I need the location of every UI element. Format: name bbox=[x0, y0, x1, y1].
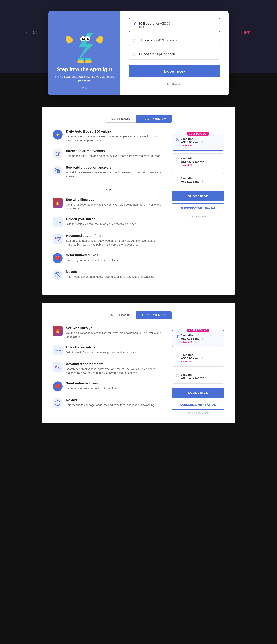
feature-title-auto-boost: Daily Auto Boost ($60 value) bbox=[66, 130, 164, 134]
tabs-row-2: A-LIST BASIC A-LIST PREMIUM bbox=[53, 311, 224, 319]
svg-point-12 bbox=[87, 38, 90, 40]
subscribe-button-2[interactable]: SUBSCRIBE bbox=[172, 388, 224, 398]
boost-option-5[interactable]: 5 Boosts for A$3.47 each bbox=[129, 35, 220, 46]
boost-10-sublabel: each bbox=[138, 26, 170, 28]
feature-text-likes-1: See who likes you Get the full list of p… bbox=[66, 198, 164, 210]
price-save-3months-1: Save 33% bbox=[181, 164, 220, 167]
fire-icon-1: 🔥 bbox=[53, 198, 62, 208]
feature-text-filters-1: Advanced search filters Search by attrac… bbox=[66, 234, 164, 246]
radio-5boosts[interactable] bbox=[133, 39, 136, 42]
feature-title-no-ads-1: No ads bbox=[66, 270, 155, 274]
feature-text-unlimited-likes-2: Send unlimited likes Increase your match… bbox=[66, 382, 118, 390]
boost-option-10[interactable]: 10 Boosts for A$2.99 each bbox=[129, 18, 220, 32]
price-info-6months-1: 6 months A$35.63 / month Save 50% bbox=[181, 137, 220, 147]
svg-point-14 bbox=[88, 38, 89, 39]
svg-text:🔥: 🔥 bbox=[55, 200, 60, 205]
feature-filters-1: Advanced search filters Search by attrac… bbox=[53, 234, 164, 246]
no-ads-icon-1 bbox=[53, 270, 62, 280]
plus-divider-1: Plus bbox=[53, 185, 164, 198]
features-list-2: 🔥 See who likes you Get the full list of… bbox=[53, 326, 164, 415]
feature-title-likes-1: See who likes you bbox=[66, 198, 164, 202]
feature-desc-likes-1: Get the full list of people who like you… bbox=[66, 203, 164, 210]
tab-basic-1[interactable]: A-LIST BASIC bbox=[105, 115, 136, 122]
price-info-1month-2: 1 month A$55.43 / month bbox=[181, 373, 220, 380]
boost-10-label-bold: 10 Boosts bbox=[138, 22, 154, 25]
feature-desc-filters-1: Search by attractiveness, body type, and… bbox=[66, 239, 164, 246]
modal-title: Step into the spotlight bbox=[57, 66, 112, 72]
no-thanks-button[interactable]: No thanks bbox=[129, 80, 220, 88]
feature-title-filters-1: Advanced search filters bbox=[66, 234, 164, 238]
price-amount-3months-1: A$47.52 / month bbox=[181, 160, 220, 164]
dot-1[interactable] bbox=[82, 86, 84, 88]
price-1month-2[interactable]: 1 month A$55.43 / month bbox=[172, 370, 224, 384]
price-radio-3months-1[interactable] bbox=[176, 158, 179, 161]
fire-icon-2: 🔥 bbox=[53, 326, 62, 336]
feature-no-ads-2: No ads This means faster page loads, few… bbox=[53, 398, 164, 408]
svg-line-34 bbox=[56, 273, 60, 277]
price-save-6months-1: Save 50% bbox=[181, 144, 220, 147]
feature-title-unlimited-likes-1: Send unlimited likes bbox=[66, 253, 118, 257]
feature-text-qa: See public question answers How did they… bbox=[66, 166, 164, 178]
subscribe-paypal-button-1[interactable]: SUBSCRIBE WITH PAYPAL bbox=[172, 204, 224, 213]
price-6months-2[interactable]: MOST POPULAR 6 months A$27.71 / month Sa… bbox=[172, 330, 224, 347]
svg-point-38 bbox=[58, 368, 60, 369]
feature-filters-2: Advanced search filters Search by attrac… bbox=[53, 362, 164, 375]
features-pricing-1: ⚡ Daily Auto Boost ($60 value) Increase … bbox=[53, 130, 224, 286]
price-amount-1month-1: A$71.27 / month bbox=[181, 180, 220, 184]
feature-title-qa: See public question answers bbox=[66, 166, 164, 170]
most-popular-badge-2: MOST POPULAR bbox=[187, 328, 210, 332]
bg-nav-right: LIKE bbox=[241, 30, 251, 35]
price-amount-6months-2: A$27.71 / month bbox=[181, 337, 220, 340]
subscription-card-1: A-LIST BASIC A-LIST PREMIUM ⚡ Daily Auto… bbox=[42, 106, 236, 295]
feature-desc-attractiveness: Turn up the heat. See and be seen by eve… bbox=[66, 154, 161, 158]
cards-section: A-LIST BASIC A-LIST PREMIUM ⚡ Daily Auto… bbox=[42, 106, 236, 423]
feature-desc-intros-2: Skip the wait & view all the intros you'… bbox=[66, 350, 136, 354]
feature-desc-no-ads-1: This means faster page loads, fewer dist… bbox=[66, 275, 155, 279]
feature-desc-auto-boost: Increase your popularity. Be seen by mor… bbox=[66, 134, 164, 142]
svg-marker-4 bbox=[78, 33, 93, 61]
svg-rect-7 bbox=[77, 60, 84, 63]
feature-text-unlimited-likes-1: Send unlimited likes Increase your match… bbox=[66, 253, 118, 262]
dot-2[interactable] bbox=[85, 86, 87, 88]
radio-10boosts[interactable] bbox=[133, 22, 136, 26]
tab-basic-2[interactable]: A-LIST BASIC bbox=[105, 311, 136, 319]
boost-10-label-rest: for A$2.99 bbox=[154, 22, 170, 25]
price-amount-1month-2: A$55.43 / month bbox=[181, 376, 220, 380]
radio-1boost[interactable] bbox=[133, 53, 136, 56]
tab-premium-2[interactable]: A-LIST PREMIUM bbox=[136, 311, 172, 319]
price-1month-1[interactable]: 1 month A$71.27 / month bbox=[172, 173, 224, 187]
feature-auto-boost: ⚡ Daily Auto Boost ($60 value) Increase … bbox=[53, 130, 164, 142]
feature-desc-intros-1: Skip the wait & view all the intros you'… bbox=[66, 222, 136, 226]
price-radio-3months-2[interactable] bbox=[176, 354, 179, 357]
feature-desc-qa: How did they answer? See everyone's publ… bbox=[66, 170, 164, 178]
tab-premium-1[interactable]: A-LIST PREMIUM bbox=[136, 115, 172, 122]
price-radio-1month-1[interactable] bbox=[176, 178, 179, 180]
subscribe-button-1[interactable]: SUBSCRIBE bbox=[172, 191, 224, 202]
feature-text-intros-1: Unlock your intros Skip the wait & view … bbox=[66, 217, 136, 226]
price-6months-1[interactable]: MOST POPULAR 6 months A$35.63 / month Sa… bbox=[172, 134, 224, 150]
svg-point-11 bbox=[82, 38, 85, 40]
modal-left-panel: Step into the spotlight We've supercharg… bbox=[48, 11, 120, 96]
feature-desc-unlimited-likes-1: Increase your matches with unlimited lik… bbox=[66, 258, 118, 262]
price-3months-2[interactable]: 3 months A$36.96 / month Save 35% bbox=[172, 350, 224, 367]
boost-now-button[interactable]: Boost now bbox=[129, 65, 220, 78]
price-radio-6months-1[interactable] bbox=[176, 138, 179, 141]
price-3months-1[interactable]: 3 months A$47.52 / month Save 33% bbox=[172, 154, 224, 170]
price-amount-3months-2: A$36.96 / month bbox=[181, 357, 220, 360]
svg-rect-8 bbox=[85, 60, 92, 63]
feature-likes-2: 🔥 See who likes you Get the full list of… bbox=[53, 326, 164, 339]
feature-title-no-ads-2: No ads bbox=[66, 398, 155, 402]
boost-option-1[interactable]: 1 Boost for A$4.72 each bbox=[129, 49, 220, 60]
hello-icon-2: Hello bbox=[53, 346, 62, 356]
price-info-3months-1: 3 months A$47.52 / month Save 33% bbox=[181, 157, 220, 167]
price-radio-1month-2[interactable] bbox=[176, 374, 179, 377]
subscription-card-2: A-LIST BASIC A-LIST PREMIUM 🔥 See who li… bbox=[42, 303, 236, 423]
feature-desc-likes-2: Get the full list of people who like you… bbox=[66, 331, 164, 339]
secure-text-2: This is a secure page bbox=[172, 412, 224, 414]
feature-text-no-ads-1: No ads This means faster page loads, few… bbox=[66, 270, 155, 279]
svg-line-45 bbox=[56, 401, 60, 405]
price-radio-6months-2[interactable] bbox=[176, 334, 179, 338]
secure-text-1: This is a secure page bbox=[172, 215, 224, 218]
hello-icon-1: Hello bbox=[53, 217, 62, 227]
subscribe-paypal-button-2[interactable]: SUBSCRIBE WITH PAYPAL bbox=[172, 400, 224, 410]
